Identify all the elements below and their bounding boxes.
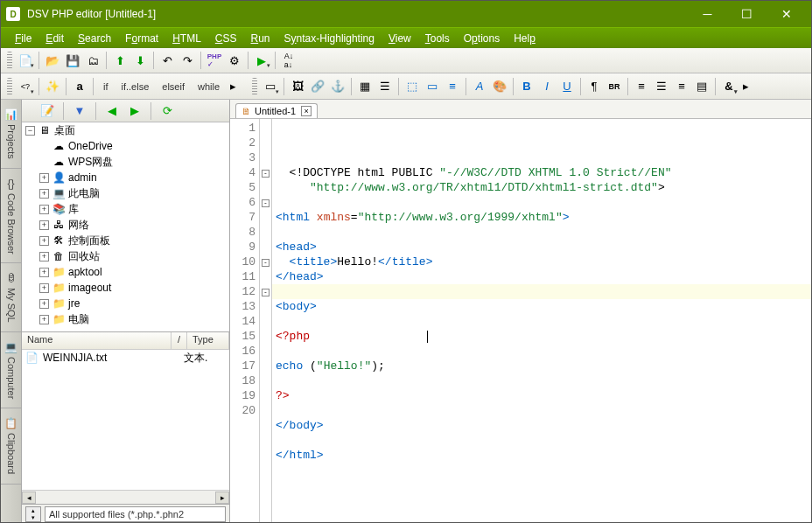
- side-tab-computer[interactable]: 💻Computer: [1, 332, 21, 408]
- tree-item[interactable]: +📁电脑: [22, 311, 229, 327]
- left-panel: 📊Projects {}Code Browser 🛢My SQL 💻Comput…: [1, 100, 230, 523]
- tree-item[interactable]: +🛠控制面板: [22, 233, 229, 248]
- entity-button[interactable]: &▾: [719, 77, 738, 96]
- open-file-button[interactable]: 📂: [43, 51, 62, 70]
- italic-button[interactable]: I: [537, 77, 556, 96]
- upload-button[interactable]: ⬆: [110, 51, 130, 70]
- tree-item[interactable]: ☁OneDrive: [22, 138, 229, 154]
- toolbar-grip[interactable]: [7, 52, 12, 69]
- menu-tools[interactable]: Tools: [418, 30, 457, 47]
- php-check-button[interactable]: PHP✓: [205, 51, 224, 70]
- side-tab-code-browser[interactable]: {}Code Browser: [1, 169, 21, 264]
- file-row[interactable]: 📄WEINNJIA.txt文本.: [22, 350, 229, 366]
- tree-item[interactable]: +🗑回收站: [22, 248, 229, 264]
- code-editor[interactable]: <!DOCTYPE html PUBLIC "-//W3C//DTD XHTML…: [272, 119, 811, 523]
- tree-item[interactable]: +🖧网络: [22, 217, 229, 233]
- insert-image-button[interactable]: 🖼: [288, 77, 307, 96]
- php-open-tag-button[interactable]: <?▾: [16, 77, 35, 96]
- col-name[interactable]: Name: [22, 332, 172, 349]
- font-button[interactable]: A: [470, 77, 489, 96]
- file-tree[interactable]: −🖥桌面 ☁OneDrive☁WPS网盘+👤admin+💻此电脑+📚库+🖧网络+…: [22, 122, 229, 332]
- col-type[interactable]: Type: [187, 332, 229, 349]
- bold-button[interactable]: B: [517, 77, 536, 96]
- tree-item[interactable]: ☁WPS网盘: [22, 154, 229, 170]
- panel-refresh-button[interactable]: ⟳: [158, 101, 177, 121]
- snippet-while[interactable]: while: [192, 79, 226, 94]
- menu-format[interactable]: Format: [118, 30, 165, 47]
- script-button[interactable]: ≡: [443, 77, 462, 96]
- side-tab-mysql[interactable]: 🛢My SQL: [1, 263, 21, 332]
- insert-list-button[interactable]: ☰: [375, 77, 395, 96]
- align-right-button[interactable]: ≡: [672, 77, 691, 96]
- align-center-button[interactable]: ☰: [652, 77, 671, 96]
- close-button[interactable]: ✕: [766, 1, 806, 27]
- variable-button[interactable]: a: [70, 77, 89, 96]
- br-button[interactable]: BR: [605, 77, 624, 96]
- snippet-if[interactable]: if: [97, 79, 115, 94]
- insert-link-button[interactable]: 🔗: [308, 77, 327, 96]
- panel-forward-button[interactable]: ▶: [125, 101, 144, 121]
- sort-button[interactable]: A↓a↓: [279, 51, 298, 70]
- tree-root[interactable]: −🖥桌面: [22, 122, 229, 138]
- menu-file[interactable]: File: [8, 30, 38, 47]
- tree-item[interactable]: +💻此电脑: [22, 185, 229, 201]
- tree-item[interactable]: +📁apktool: [22, 264, 229, 280]
- snippet-ifelse[interactable]: if..else: [116, 79, 156, 94]
- snippet-more-button[interactable]: ▸: [227, 77, 239, 96]
- settings-button[interactable]: ⚙: [225, 51, 244, 70]
- menu-run[interactable]: Run: [244, 30, 277, 47]
- color-button[interactable]: 🎨: [490, 77, 509, 96]
- panel-back-button[interactable]: ◀: [102, 101, 122, 121]
- scroll-right-icon[interactable]: ▸: [215, 492, 229, 504]
- panel-edit-button[interactable]: 📝: [38, 101, 57, 121]
- frame-button[interactable]: ⬚: [402, 77, 422, 96]
- menu-search[interactable]: Search: [71, 30, 118, 47]
- download-button[interactable]: ⬇: [130, 51, 150, 70]
- filter-stepper[interactable]: ▴▾: [25, 506, 41, 522]
- save-all-button[interactable]: 🗂: [83, 51, 102, 70]
- menu-syntax[interactable]: Syntax-Highlighting: [277, 30, 382, 47]
- snippet-elseif[interactable]: elseif: [156, 79, 191, 94]
- align-justify-button[interactable]: ▤: [692, 77, 711, 96]
- magic-wand-button[interactable]: ✨: [43, 77, 62, 96]
- undo-button[interactable]: ↶: [158, 51, 177, 70]
- insert-anchor-button[interactable]: ⚓: [328, 77, 347, 96]
- fold-column[interactable]: - - - -: [260, 119, 272, 523]
- menu-css[interactable]: CSS: [208, 30, 244, 47]
- menu-help[interactable]: Help: [507, 30, 542, 47]
- col-sort[interactable]: /: [172, 332, 187, 349]
- maximize-button[interactable]: ☐: [727, 1, 766, 27]
- toolbar-overflow-button[interactable]: ▸: [739, 77, 752, 96]
- menu-edit[interactable]: Edit: [38, 30, 71, 47]
- toolbar-grip[interactable]: [7, 78, 12, 95]
- menu-html[interactable]: HTML: [165, 30, 208, 47]
- side-tab-projects[interactable]: 📊Projects: [1, 100, 21, 169]
- tree-item[interactable]: +📚库: [22, 201, 229, 217]
- paragraph-button[interactable]: ¶: [584, 77, 604, 96]
- tree-item[interactable]: +📁imageout: [22, 280, 229, 296]
- insert-element-button[interactable]: ▭▾: [261, 77, 280, 96]
- redo-button[interactable]: ↷: [178, 51, 197, 70]
- new-file-button[interactable]: 📄▾: [16, 51, 35, 70]
- editor-tab-untitled[interactable]: 🗎 Untitled-1 ×: [235, 103, 318, 118]
- save-button[interactable]: 💾: [63, 51, 82, 70]
- side-tab-clipboard[interactable]: 📋Clipboard: [1, 408, 21, 484]
- minimize-button[interactable]: ─: [688, 1, 727, 27]
- underline-button[interactable]: U: [557, 77, 577, 96]
- file-filter-input[interactable]: [45, 506, 226, 522]
- menu-options[interactable]: Options: [457, 30, 507, 47]
- tree-item[interactable]: +📁jre: [22, 296, 229, 311]
- tab-close-button[interactable]: ×: [301, 106, 312, 116]
- run-button[interactable]: ▶▾: [252, 51, 271, 70]
- panel-filter-button[interactable]: ▼: [70, 101, 89, 121]
- form-button[interactable]: ▭: [423, 77, 442, 96]
- file-list[interactable]: Name / Type 📄WEINNJIA.txt文本.: [22, 332, 229, 490]
- filelist-scrollbar[interactable]: ◂ ▸: [22, 490, 229, 504]
- tree-item[interactable]: +👤admin: [22, 170, 229, 185]
- toolbar-grip[interactable]: [252, 78, 257, 95]
- menu-view[interactable]: View: [382, 30, 418, 47]
- insert-table-button[interactable]: ▦: [355, 77, 374, 96]
- panel-body: 📝 ▼ ◀ ▶ ⟳ −🖥桌面 ☁OneDrive☁WPS网盘+👤admin+💻此…: [22, 100, 229, 523]
- scroll-left-icon[interactable]: ◂: [22, 492, 36, 504]
- align-left-button[interactable]: ≡: [632, 77, 651, 96]
